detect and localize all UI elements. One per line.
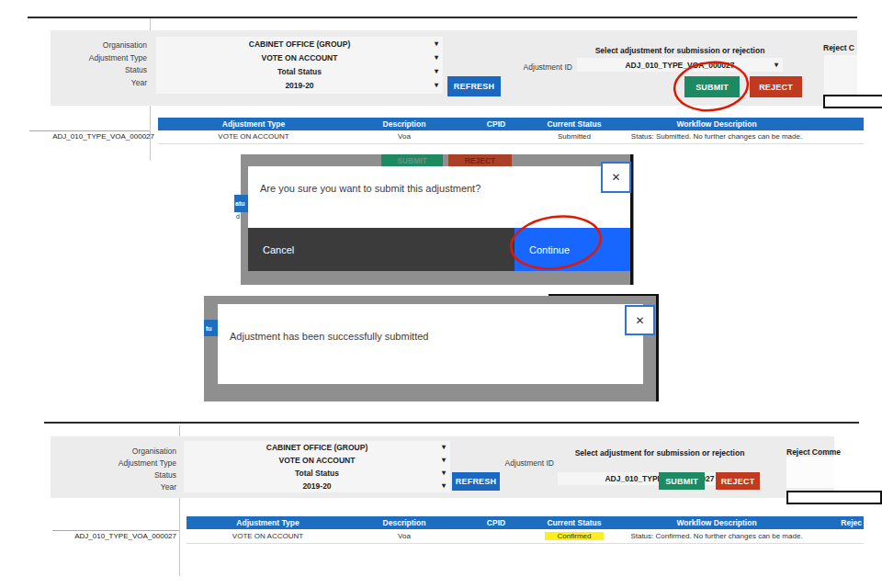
adjustment-id-label: Adjustment ID (487, 458, 554, 468)
adjustment-type-label: Adjustment Type (0, 52, 147, 65)
filter-dropdowns-bottom: CABINET OFFICE (GROUP) ▾ VOTE ON ACCOUNT… (184, 441, 450, 492)
success-dialog (218, 304, 643, 384)
dropdown-arrow-icon: ▾ (435, 39, 438, 47)
col-adjustment-type: Adjustment Type (187, 518, 349, 527)
confirm-dialog-message: Are you sure you want to submit this adj… (260, 183, 481, 194)
obscured-reject-button: REJECT (448, 154, 512, 166)
col-current-status: Current Status (533, 518, 616, 527)
status-dropdown[interactable]: Total Status ▾ (184, 467, 450, 480)
refresh-button[interactable]: REFRESH (447, 76, 501, 96)
cell-description: Voa (349, 532, 459, 540)
adjustment-type-value: VOTE ON ACCOUNT (279, 456, 356, 465)
filter-labels-bottom: Organisation Adjustment Type Status Year (0, 446, 176, 493)
cell-current-status: Submitted (533, 132, 616, 141)
col-reject-comment: Rejec (818, 518, 864, 527)
status-value: Total Status (295, 469, 339, 478)
status-label: Status (0, 469, 176, 481)
table-header-top: Adjustment Type Description CPID Current… (158, 118, 864, 130)
obscured-table-fragment: atu (234, 195, 249, 212)
organisation-label: Organisation (0, 40, 147, 52)
dropdown-arrow-icon: ▾ (775, 60, 778, 68)
close-icon[interactable]: ✕ (601, 162, 631, 193)
row-separator (29, 130, 150, 131)
col-cpid: CPID (459, 119, 533, 129)
dropdown-arrow-icon: ▾ (442, 456, 446, 464)
year-value: 2019-20 (302, 481, 331, 491)
cell-current-status: Confirmed (533, 532, 616, 540)
comment-input-box[interactable] (823, 95, 882, 108)
dropdown-arrow-icon: ▾ (435, 66, 438, 74)
col-description: Description (349, 518, 459, 527)
col-current-status: Current Status (533, 119, 616, 129)
comment-input-box[interactable] (786, 491, 882, 504)
dropdown-arrow-icon: ▾ (442, 481, 446, 490)
year-value: 2019-20 (285, 81, 313, 90)
row-id-label: ADJ_010_TYPE_VOA_000027 (0, 132, 154, 141)
organisation-dropdown[interactable]: CABINET OFFICE (GROUP) ▾ (156, 37, 443, 51)
submit-button[interactable]: SUBMIT (659, 472, 705, 490)
select-adjustment-label: Select adjustment for submission or reje… (577, 46, 783, 55)
row-underline (187, 543, 864, 544)
reject-button[interactable]: REJECT (750, 76, 802, 97)
year-dropdown[interactable]: 2019-20 ▾ (184, 480, 450, 492)
adjustment-type-label: Adjustment Type (0, 458, 176, 469)
year-dropdown[interactable]: 2019-20 ▾ (156, 78, 443, 92)
status-value: Total Status (277, 67, 322, 76)
year-label: Year (0, 77, 147, 90)
cell-workflow-description: Status: Submitted. No further changes ca… (616, 132, 818, 141)
reject-comment-label: Reject Comme (786, 447, 841, 457)
organisation-value: CABINET OFFICE (GROUP) (249, 40, 351, 49)
filter-labels-top: Organisation Adjustment Type Status Year (0, 40, 147, 89)
year-label: Year (0, 481, 176, 493)
cell-adjustment-type: VOTE ON ACCOUNT (158, 132, 349, 141)
annotation-circle-submit-icon (669, 59, 753, 114)
reject-button[interactable]: REJECT (716, 472, 760, 490)
tutorial-screenshot-canvas: Organisation Adjustment Type Status Year… (0, 0, 882, 588)
refresh-button[interactable]: REFRESH (452, 472, 500, 491)
reject-comment-area[interactable] (786, 457, 834, 488)
adjustment-type-value: VOTE ON ACCOUNT (262, 53, 338, 62)
success-dialog-edge-line (656, 296, 659, 401)
top-divider-line (28, 17, 857, 18)
cell-workflow-description: Status: Confirmed. No further changes ca… (616, 532, 818, 540)
cell-adjustment-type: VOTE ON ACCOUNT (187, 532, 349, 540)
status-label: Status (0, 64, 147, 77)
status-dropdown[interactable]: Total Status ▾ (156, 64, 443, 78)
success-dialog-message: Adjustment has been successfully submitt… (230, 331, 428, 342)
organisation-value: CABINET OFFICE (GROUP) (266, 443, 368, 452)
table-header-bottom: Adjustment Type Description CPID Current… (187, 516, 864, 529)
col-cpid: CPID (459, 518, 533, 527)
adjustment-type-dropdown[interactable]: VOTE ON ACCOUNT ▾ (184, 454, 450, 467)
reject-comment-area[interactable] (824, 55, 857, 94)
table-row: VOTE ON ACCOUNT Voa Confirmed Status: Co… (187, 529, 864, 542)
organisation-dropdown[interactable]: CABINET OFFICE (GROUP) ▾ (184, 441, 450, 454)
col-workflow-description: Workflow Description (616, 518, 818, 527)
filter-dropdowns-top: CABINET OFFICE (GROUP) ▾ VOTE ON ACCOUNT… (156, 37, 443, 94)
col-description: Description (349, 119, 459, 129)
close-icon[interactable]: ✕ (625, 305, 655, 335)
obscured-table-fragment: d (236, 213, 240, 220)
col-workflow-description: Workflow Description (616, 119, 818, 129)
dropdown-arrow-icon: ▾ (435, 80, 438, 88)
organisation-label: Organisation (0, 446, 176, 458)
cell-description: Voa (349, 132, 459, 141)
obscured-submit-button: SUBMIT (381, 154, 443, 166)
dropdown-arrow-icon: ▾ (442, 469, 446, 477)
reject-comment-label: Reject C (823, 43, 854, 52)
annotation-circle-continue-icon (505, 213, 606, 272)
row-underline (158, 143, 864, 144)
row-id-label: ADJ_010_TYPE_VOA_000027 (0, 532, 176, 540)
row-separator (52, 530, 179, 531)
status-badge: Confirmed (545, 532, 605, 540)
table-row: VOTE ON ACCOUNT Voa Submitted Status: Su… (158, 130, 864, 142)
col-adjustment-type: Adjustment Type (158, 119, 349, 129)
dropdown-arrow-icon: ▾ (442, 443, 446, 451)
adjustment-id-label: Adjustment ID (501, 62, 572, 72)
bottom-divider-line (44, 422, 859, 424)
adjustment-type-dropdown[interactable]: VOTE ON ACCOUNT ▾ (156, 51, 443, 64)
dropdown-arrow-icon: ▾ (435, 52, 438, 61)
cancel-button[interactable]: Cancel (248, 228, 514, 271)
select-adjustment-label: Select adjustment for submission or reje… (558, 448, 762, 458)
